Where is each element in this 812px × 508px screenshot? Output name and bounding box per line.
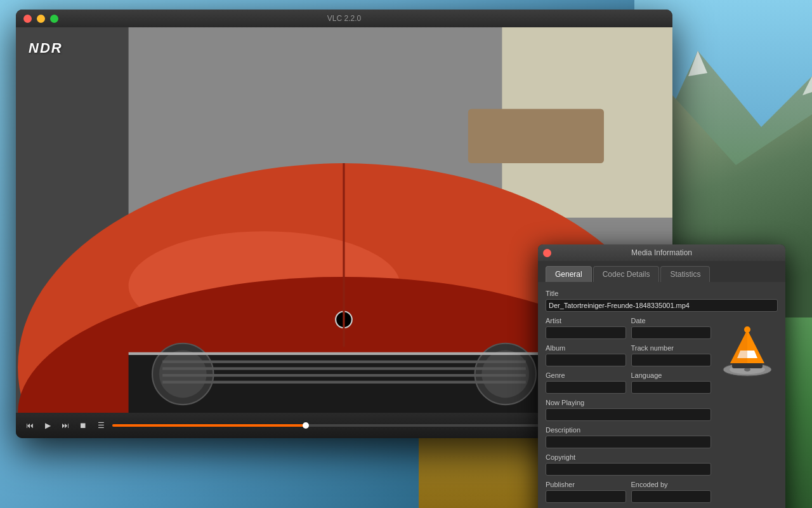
artist-date-row: Artist Date: [546, 317, 711, 339]
encoded-by-label: Encoded by: [631, 481, 712, 488]
now-playing-label: Now Playing: [546, 399, 711, 406]
panel-close-button[interactable]: [543, 249, 551, 257]
date-input[interactable]: [631, 326, 712, 339]
genre-field: Genre: [546, 371, 626, 394]
svg-marker-31: [730, 330, 747, 363]
panel-body: Artist Date Album: [546, 317, 778, 508]
album-input[interactable]: [546, 354, 626, 366]
close-button[interactable]: [23, 15, 32, 23]
svg-point-32: [744, 326, 750, 333]
stop-button[interactable]: ⏹: [77, 419, 89, 432]
copyright-field-row: Copyright: [546, 453, 711, 476]
language-field: Language: [631, 371, 712, 394]
artist-label: Artist: [546, 317, 626, 324]
description-label: Description: [546, 426, 711, 434]
album-field: Album: [546, 344, 626, 366]
tab-codec-details[interactable]: Codec Details: [593, 266, 660, 282]
media-info-panel: Media Information General Codec Details …: [538, 244, 785, 508]
svg-rect-21: [129, 352, 560, 355]
publisher-encoded-row: Publisher Encoded by: [546, 481, 711, 503]
panel-fields: Artist Date Album: [546, 317, 711, 508]
ndr-watermark: NDR: [29, 40, 63, 57]
encoded-by-input[interactable]: [631, 490, 712, 503]
panel-content: Title Artist Date: [538, 282, 785, 508]
publisher-input[interactable]: [546, 490, 626, 503]
language-input[interactable]: [631, 381, 712, 394]
progress-knob: [303, 422, 309, 429]
copyright-input[interactable]: [546, 463, 711, 476]
date-field: Date: [631, 317, 712, 339]
title-input[interactable]: [546, 299, 778, 312]
desktop: VLC 2.2.0: [0, 0, 812, 508]
now-playing-input[interactable]: [546, 408, 711, 421]
publisher-label: Publisher: [546, 481, 626, 488]
track-number-field: Track number: [631, 344, 712, 366]
vlc-logo-area: [717, 317, 778, 508]
svg-rect-16: [162, 361, 526, 363]
genre-label: Genre: [546, 371, 626, 379]
language-label: Language: [631, 371, 712, 379]
copyright-label: Copyright: [546, 453, 711, 461]
track-number-input[interactable]: [631, 354, 712, 366]
now-playing-field-row: Now Playing: [546, 399, 711, 421]
album-track-row: Album Track number: [546, 344, 711, 366]
description-input[interactable]: [546, 436, 711, 448]
genre-input[interactable]: [546, 381, 626, 394]
svg-rect-19: [162, 381, 526, 384]
tab-statistics[interactable]: Statistics: [660, 266, 710, 282]
svg-rect-17: [162, 367, 526, 370]
fast-forward-button[interactable]: ⏭: [59, 419, 72, 432]
minimize-button[interactable]: [37, 15, 45, 23]
panel-tabs: General Codec Details Statistics: [538, 261, 785, 282]
svg-rect-24: [468, 109, 604, 163]
artist-input[interactable]: [546, 326, 626, 339]
progress-fill: [112, 424, 306, 427]
date-label: Date: [631, 317, 712, 324]
publisher-field: Publisher: [546, 481, 626, 503]
genre-language-row: Genre Language: [546, 371, 711, 394]
description-field-row: Description: [546, 426, 711, 448]
playlist-button[interactable]: ☰: [95, 419, 107, 432]
title-bar: VLC 2.2.0: [16, 10, 672, 27]
tab-general[interactable]: General: [546, 266, 592, 282]
title-field-row: Title: [546, 290, 778, 312]
vlc-logo: [721, 320, 775, 377]
svg-rect-18: [162, 374, 526, 377]
track-number-label: Track number: [631, 344, 712, 352]
play-pause-button[interactable]: ▶: [41, 419, 54, 432]
panel-title: Media Information: [631, 248, 692, 257]
panel-title-bar: Media Information: [538, 244, 785, 261]
encoded-by-field: Encoded by: [631, 481, 712, 503]
maximize-button[interactable]: [50, 15, 58, 23]
window-controls: [23, 15, 58, 23]
svg-rect-28: [732, 363, 763, 368]
rewind-button[interactable]: ⏮: [23, 419, 36, 432]
window-title: VLC 2.2.0: [327, 14, 361, 23]
album-label: Album: [546, 344, 626, 352]
artist-field: Artist: [546, 317, 626, 339]
title-label: Title: [546, 290, 778, 297]
